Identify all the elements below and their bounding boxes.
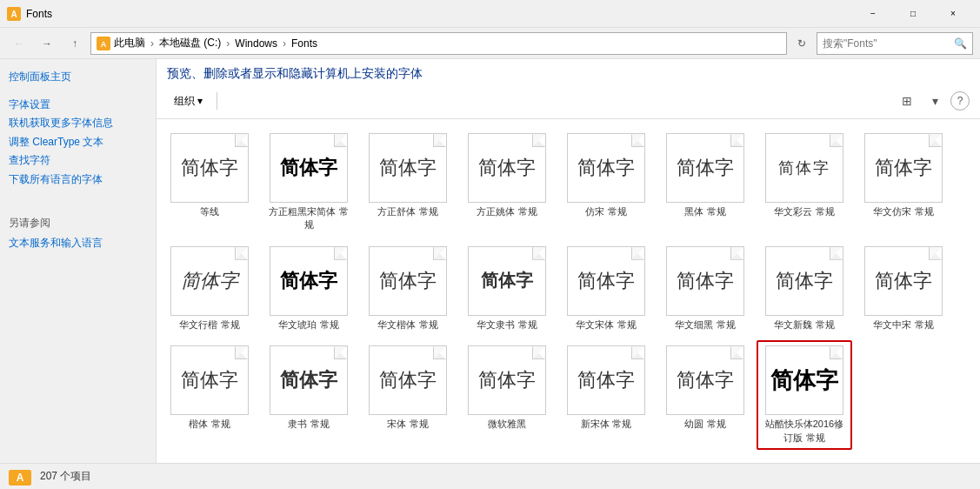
font-label: 方正姚体 常规	[477, 205, 537, 218]
font-item[interactable]: 简体字 楷体 常规	[162, 340, 257, 450]
font-item[interactable]: 简体字 华文琥珀 常规	[261, 241, 357, 337]
corner-fold	[731, 134, 743, 146]
preview-text: 简体字	[181, 367, 238, 393]
toolbar-separator	[217, 92, 217, 110]
back-button[interactable]: ←	[7, 31, 31, 56]
preview-text: 简体字	[379, 268, 437, 294]
font-preview: 简体字	[765, 246, 843, 316]
breadcrumb-windows[interactable]: Windows	[235, 37, 277, 50]
corner-fold	[930, 247, 942, 259]
content-header: 预览、删除或者显示和隐藏计算机上安装的字体 组织 ▾ ⊞ ▾ ?	[157, 59, 980, 119]
forward-button[interactable]: →	[35, 31, 59, 56]
sidebar-download-fonts[interactable]: 下载所有语言的字体	[9, 171, 147, 190]
sidebar-control-panel-home[interactable]: 控制面板主页	[9, 68, 147, 87]
view-button[interactable]: ⊞	[895, 90, 919, 111]
font-label: 华文琥珀 常规	[278, 318, 338, 332]
sidebar-find-char[interactable]: 查找字符	[9, 151, 147, 171]
address-box: A 此电脑 › 本地磁盘 (C:) › Windows › Fonts	[90, 32, 787, 55]
preview-text: 简体字	[677, 367, 734, 393]
font-label: 华文仿宋 常规	[873, 205, 933, 218]
corner-fold	[335, 247, 347, 259]
font-item[interactable]: 简体字 仿宋 常规	[558, 128, 654, 238]
font-item[interactable]: 简体字 微软雅黑	[459, 340, 555, 450]
font-item[interactable]: 简体字 宋体 常规	[360, 340, 456, 450]
font-label: 幼圆 常规	[684, 418, 725, 431]
font-preview: 简体字	[270, 133, 348, 203]
font-item[interactable]: 简体字 华文行楷 常规	[162, 241, 257, 337]
font-item[interactable]: 简体字 方正粗黑宋简体 常规	[261, 128, 357, 238]
font-label: 华文行楷 常规	[179, 318, 239, 332]
content-title: 预览、删除或者显示和隐藏计算机上安装的字体	[167, 66, 970, 82]
preview-text: 简体字	[677, 268, 734, 294]
font-label: 黑体 常规	[684, 205, 725, 218]
font-item[interactable]: 简体字 华文楷体 常规	[360, 241, 456, 337]
preview-text: 简体字	[280, 155, 337, 181]
font-item[interactable]: 简体字 华文细黑 常规	[657, 241, 753, 337]
font-item[interactable]: 简体字 方正姚体 常规	[459, 128, 555, 238]
preview-text: 简体字	[181, 268, 238, 294]
font-item[interactable]: 简体字 华文隶书 常规	[459, 241, 555, 337]
font-preview: 简体字	[170, 246, 249, 316]
preview-text: 简体字	[677, 155, 734, 181]
font-label: 华文隶书 常规	[477, 318, 537, 332]
font-preview: 简体字	[567, 133, 645, 203]
corner-fold	[236, 134, 248, 146]
font-preview: 简体字	[567, 246, 645, 316]
corner-fold	[731, 346, 743, 358]
minimize-button[interactable]: −	[853, 0, 893, 28]
close-button[interactable]: ×	[933, 0, 973, 28]
sidebar: 控制面板主页 字体设置 联机获取更多字体信息 调整 ClearType 文本 查…	[0, 59, 157, 463]
svg-text:A: A	[10, 10, 17, 19]
font-item[interactable]: 简体字 隶书 常规	[261, 340, 357, 450]
font-preview: 简体字	[369, 246, 447, 316]
font-preview: 简体字	[369, 133, 447, 203]
font-item[interactable]: 简体字 华文宋体 常规	[558, 241, 654, 337]
breadcrumb-disk[interactable]: 本地磁盘 (C:)	[159, 36, 221, 50]
title-bar: A Fonts − □ ×	[0, 0, 980, 28]
view-dropdown-button[interactable]: ▾	[923, 90, 947, 111]
font-item[interactable]: 简体字 华文新魏 常规	[757, 241, 852, 337]
sidebar-text-services[interactable]: 文本服务和输入语言	[9, 234, 147, 253]
font-label: 华文中宋 常规	[873, 318, 933, 332]
font-preview: 简体字	[170, 133, 249, 203]
font-label: 等线	[200, 205, 219, 218]
title-bar-left: A Fonts	[7, 7, 52, 21]
sidebar-font-settings[interactable]: 字体设置	[9, 96, 147, 115]
preview-text: 简体字	[577, 155, 635, 181]
svg-text:A: A	[17, 472, 24, 484]
preview-text: 简体字	[875, 155, 932, 181]
font-item[interactable]: 简体字 新宋体 常规	[558, 340, 654, 450]
font-label: 仿宋 常规	[585, 205, 626, 218]
up-button[interactable]: ↑	[63, 31, 87, 56]
font-preview: 简体字	[765, 133, 843, 203]
sidebar-get-more-fonts[interactable]: 联机获取更多字体信息	[9, 114, 147, 133]
font-item[interactable]: 简体字 幼圆 常规	[657, 340, 753, 450]
refresh-button[interactable]: ↻	[790, 32, 813, 55]
help-button[interactable]: ?	[950, 91, 970, 111]
font-item[interactable]: 简体字 黑体 常规	[657, 128, 753, 238]
sidebar-cleartype[interactable]: 调整 ClearType 文本	[9, 133, 147, 152]
font-item[interactable]: 简体字 方正舒体 常规	[360, 128, 456, 238]
maximize-button[interactable]: □	[893, 0, 933, 28]
window-controls: − □ ×	[853, 0, 973, 28]
font-item[interactable]: 简体字 华文仿宋 常规	[856, 128, 951, 238]
preview-text: 简体字	[481, 269, 533, 292]
font-item[interactable]: 简体字 站酷快乐体2016修订版 常规	[757, 340, 852, 450]
font-preview: 简体字	[468, 345, 546, 415]
breadcrumb-fonts[interactable]: Fonts	[291, 37, 317, 50]
font-label: 华文新魏 常规	[774, 318, 834, 332]
search-box[interactable]: 🔍	[817, 32, 973, 55]
font-item[interactable]: 简体字 等线	[162, 128, 257, 238]
status-icon: A	[7, 466, 33, 487]
preview-text: 简体字	[379, 155, 437, 181]
search-icon: 🔍	[954, 37, 967, 50]
font-item[interactable]: 简体字 华文彩云 常规	[757, 128, 852, 238]
svg-text:A: A	[101, 40, 107, 49]
font-item[interactable]: 简体字 华文中宋 常规	[856, 241, 951, 337]
content-area: 预览、删除或者显示和隐藏计算机上安装的字体 组织 ▾ ⊞ ▾ ? 简体字 等线	[157, 59, 980, 463]
preview-text: 简体字	[577, 367, 635, 393]
font-preview: 简体字	[765, 345, 843, 415]
breadcrumb-pc[interactable]: 此电脑	[114, 36, 145, 50]
organize-button[interactable]: 组织 ▾	[167, 91, 210, 111]
search-input[interactable]	[823, 37, 950, 50]
